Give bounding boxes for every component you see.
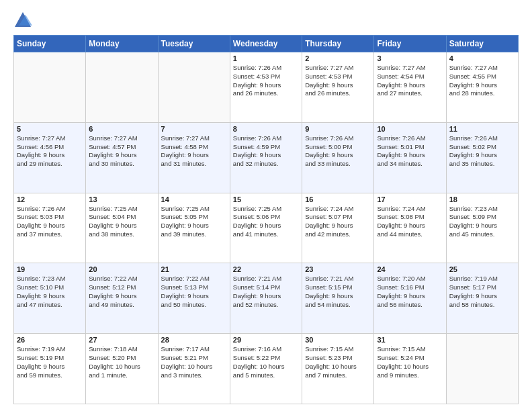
day-cell: 10Sunrise: 7:26 AM Sunset: 5:01 PM Dayli… xyxy=(374,122,446,193)
day-info: Sunrise: 7:26 AM Sunset: 5:02 PM Dayligh… xyxy=(449,134,515,169)
day-cell: 13Sunrise: 7:25 AM Sunset: 5:04 PM Dayli… xyxy=(86,193,158,263)
day-info: Sunrise: 7:25 AM Sunset: 5:06 PM Dayligh… xyxy=(233,205,299,239)
day-number: 12 xyxy=(17,195,83,203)
day-cell: 23Sunrise: 7:21 AM Sunset: 5:15 PM Dayli… xyxy=(302,263,374,334)
day-number: 10 xyxy=(377,125,443,133)
day-cell: 24Sunrise: 7:20 AM Sunset: 5:16 PM Dayli… xyxy=(374,263,446,334)
weekday-monday: Monday xyxy=(86,36,158,52)
day-cell: 27Sunrise: 7:18 AM Sunset: 5:20 PM Dayli… xyxy=(86,334,158,404)
day-number: 25 xyxy=(449,265,515,273)
day-info: Sunrise: 7:22 AM Sunset: 5:13 PM Dayligh… xyxy=(161,275,227,309)
day-cell: 20Sunrise: 7:22 AM Sunset: 5:12 PM Dayli… xyxy=(86,263,158,334)
day-info: Sunrise: 7:26 AM Sunset: 4:59 PM Dayligh… xyxy=(233,134,299,169)
day-number: 19 xyxy=(17,265,83,273)
day-number: 22 xyxy=(233,265,299,273)
day-cell: 15Sunrise: 7:25 AM Sunset: 5:06 PM Dayli… xyxy=(230,193,302,263)
day-number: 8 xyxy=(233,125,299,133)
day-info: Sunrise: 7:27 AM Sunset: 4:53 PM Dayligh… xyxy=(305,64,371,98)
weekday-tuesday: Tuesday xyxy=(158,36,230,52)
day-number: 14 xyxy=(161,195,227,203)
day-info: Sunrise: 7:21 AM Sunset: 5:15 PM Dayligh… xyxy=(305,275,371,309)
week-row-3: 12Sunrise: 7:26 AM Sunset: 5:03 PM Dayli… xyxy=(14,193,519,263)
day-cell: 17Sunrise: 7:24 AM Sunset: 5:08 PM Dayli… xyxy=(374,193,446,263)
day-number: 1 xyxy=(233,54,299,62)
day-cell xyxy=(14,52,86,123)
day-number: 31 xyxy=(377,336,443,344)
logo xyxy=(13,11,35,30)
day-cell: 18Sunrise: 7:23 AM Sunset: 5:09 PM Dayli… xyxy=(446,193,518,263)
day-info: Sunrise: 7:26 AM Sunset: 5:00 PM Dayligh… xyxy=(305,134,371,169)
calendar-table: SundayMondayTuesdayWednesdayThursdayFrid… xyxy=(13,35,519,404)
day-info: Sunrise: 7:19 AM Sunset: 5:17 PM Dayligh… xyxy=(449,275,515,309)
day-info: Sunrise: 7:25 AM Sunset: 5:05 PM Dayligh… xyxy=(161,205,227,239)
header xyxy=(13,11,519,30)
day-number: 21 xyxy=(161,265,227,273)
day-cell: 28Sunrise: 7:17 AM Sunset: 5:21 PM Dayli… xyxy=(158,334,230,404)
day-cell xyxy=(86,52,158,123)
day-number: 2 xyxy=(305,54,371,62)
day-number: 6 xyxy=(89,125,154,133)
day-info: Sunrise: 7:27 AM Sunset: 4:54 PM Dayligh… xyxy=(377,64,443,98)
weekday-thursday: Thursday xyxy=(302,36,374,52)
day-number: 11 xyxy=(449,125,515,133)
day-number: 26 xyxy=(17,336,83,344)
day-info: Sunrise: 7:22 AM Sunset: 5:12 PM Dayligh… xyxy=(89,275,154,309)
weekday-sunday: Sunday xyxy=(14,36,86,52)
day-info: Sunrise: 7:27 AM Sunset: 4:58 PM Dayligh… xyxy=(161,134,227,169)
day-info: Sunrise: 7:26 AM Sunset: 5:01 PM Dayligh… xyxy=(377,134,443,169)
weekday-wednesday: Wednesday xyxy=(230,36,302,52)
day-number: 30 xyxy=(305,336,371,344)
day-number: 15 xyxy=(233,195,299,203)
day-cell: 29Sunrise: 7:16 AM Sunset: 5:22 PM Dayli… xyxy=(230,334,302,404)
day-info: Sunrise: 7:21 AM Sunset: 5:14 PM Dayligh… xyxy=(233,275,299,309)
day-number: 23 xyxy=(305,265,371,273)
day-cell: 11Sunrise: 7:26 AM Sunset: 5:02 PM Dayli… xyxy=(446,122,518,193)
day-info: Sunrise: 7:26 AM Sunset: 4:53 PM Dayligh… xyxy=(233,64,299,98)
day-number: 20 xyxy=(89,265,154,273)
day-cell: 25Sunrise: 7:19 AM Sunset: 5:17 PM Dayli… xyxy=(446,263,518,334)
day-info: Sunrise: 7:23 AM Sunset: 5:10 PM Dayligh… xyxy=(17,275,83,309)
day-info: Sunrise: 7:23 AM Sunset: 5:09 PM Dayligh… xyxy=(449,205,515,239)
day-cell: 21Sunrise: 7:22 AM Sunset: 5:13 PM Dayli… xyxy=(158,263,230,334)
day-number: 17 xyxy=(377,195,443,203)
logo-icon xyxy=(13,11,32,30)
day-info: Sunrise: 7:24 AM Sunset: 5:07 PM Dayligh… xyxy=(305,205,371,239)
day-cell: 3Sunrise: 7:27 AM Sunset: 4:54 PM Daylig… xyxy=(374,52,446,123)
day-cell: 16Sunrise: 7:24 AM Sunset: 5:07 PM Dayli… xyxy=(302,193,374,263)
day-cell xyxy=(446,334,518,404)
day-cell xyxy=(158,52,230,123)
day-cell: 5Sunrise: 7:27 AM Sunset: 4:56 PM Daylig… xyxy=(14,122,86,193)
day-number: 4 xyxy=(449,54,515,62)
day-number: 7 xyxy=(161,125,227,133)
day-number: 29 xyxy=(233,336,299,344)
day-cell: 31Sunrise: 7:15 AM Sunset: 5:24 PM Dayli… xyxy=(374,334,446,404)
day-info: Sunrise: 7:19 AM Sunset: 5:19 PM Dayligh… xyxy=(17,345,83,379)
day-info: Sunrise: 7:15 AM Sunset: 5:24 PM Dayligh… xyxy=(377,345,443,379)
day-cell: 26Sunrise: 7:19 AM Sunset: 5:19 PM Dayli… xyxy=(14,334,86,404)
day-number: 18 xyxy=(449,195,515,203)
day-info: Sunrise: 7:27 AM Sunset: 4:57 PM Dayligh… xyxy=(89,134,154,169)
day-cell: 12Sunrise: 7:26 AM Sunset: 5:03 PM Dayli… xyxy=(14,193,86,263)
day-cell: 4Sunrise: 7:27 AM Sunset: 4:55 PM Daylig… xyxy=(446,52,518,123)
day-info: Sunrise: 7:15 AM Sunset: 5:23 PM Dayligh… xyxy=(305,345,371,379)
week-row-4: 19Sunrise: 7:23 AM Sunset: 5:10 PM Dayli… xyxy=(14,263,519,334)
day-number: 13 xyxy=(89,195,154,203)
day-info: Sunrise: 7:26 AM Sunset: 5:03 PM Dayligh… xyxy=(17,205,83,239)
page: SundayMondayTuesdayWednesdayThursdayFrid… xyxy=(0,0,532,411)
week-row-2: 5Sunrise: 7:27 AM Sunset: 4:56 PM Daylig… xyxy=(14,122,519,193)
day-info: Sunrise: 7:24 AM Sunset: 5:08 PM Dayligh… xyxy=(377,205,443,239)
day-number: 24 xyxy=(377,265,443,273)
day-cell: 7Sunrise: 7:27 AM Sunset: 4:58 PM Daylig… xyxy=(158,122,230,193)
weekday-header-row: SundayMondayTuesdayWednesdayThursdayFrid… xyxy=(14,36,519,52)
day-info: Sunrise: 7:27 AM Sunset: 4:55 PM Dayligh… xyxy=(449,64,515,98)
day-number: 16 xyxy=(305,195,371,203)
week-row-5: 26Sunrise: 7:19 AM Sunset: 5:19 PM Dayli… xyxy=(14,334,519,404)
day-cell: 8Sunrise: 7:26 AM Sunset: 4:59 PM Daylig… xyxy=(230,122,302,193)
weekday-friday: Friday xyxy=(374,36,446,52)
day-info: Sunrise: 7:27 AM Sunset: 4:56 PM Dayligh… xyxy=(17,134,83,169)
day-info: Sunrise: 7:25 AM Sunset: 5:04 PM Dayligh… xyxy=(89,205,154,239)
day-cell: 6Sunrise: 7:27 AM Sunset: 4:57 PM Daylig… xyxy=(86,122,158,193)
day-number: 3 xyxy=(377,54,443,62)
day-info: Sunrise: 7:20 AM Sunset: 5:16 PM Dayligh… xyxy=(377,275,443,309)
day-number: 28 xyxy=(161,336,227,344)
